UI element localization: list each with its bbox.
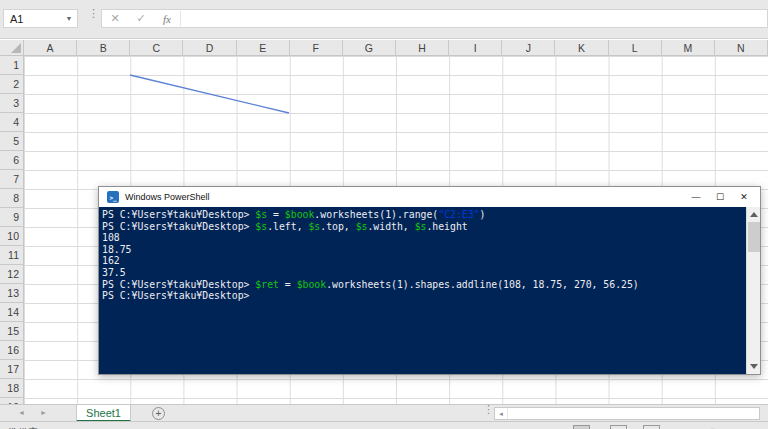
scroll-left-icon[interactable]: ◄ bbox=[495, 408, 508, 419]
row-header-11[interactable]: 11 bbox=[0, 246, 24, 265]
view-page-layout-button[interactable] bbox=[610, 425, 627, 429]
row-header-9[interactable]: 9 bbox=[0, 208, 24, 227]
formula-bar-input[interactable] bbox=[181, 10, 767, 27]
sheet-nav-right-icon[interactable]: ► bbox=[40, 409, 47, 416]
console-line: 37.5 bbox=[102, 267, 745, 279]
cancel-icon[interactable]: ✕ bbox=[102, 12, 128, 25]
scroll-up-icon[interactable] bbox=[750, 212, 758, 217]
row-header-10[interactable]: 10 bbox=[0, 227, 24, 246]
enter-icon[interactable]: ✓ bbox=[128, 12, 154, 25]
row-header-6[interactable]: 6 bbox=[0, 151, 24, 170]
window-controls: — ☐ ✕ bbox=[684, 187, 756, 207]
powershell-title: Windows PowerShell bbox=[125, 192, 210, 202]
console-scrollbar[interactable] bbox=[746, 207, 760, 374]
row-header-8[interactable]: 8 bbox=[0, 189, 24, 208]
console-output: PS C:¥Users¥taku¥Desktop> $s = $book.wor… bbox=[102, 209, 745, 302]
row-headers: 12345678910111213141516171819 bbox=[0, 56, 24, 404]
name-box[interactable]: A1 ▼ bbox=[3, 9, 78, 28]
select-all-triangle-icon bbox=[11, 43, 21, 53]
column-header-I[interactable]: I bbox=[449, 40, 502, 56]
sheet-tab-bar: ◄ ► Sheet1 + ⋮ ◄ bbox=[0, 404, 768, 421]
column-headers: ABCDEFGHIJKLMN bbox=[24, 40, 768, 56]
row-header-14[interactable]: 14 bbox=[0, 303, 24, 322]
maximize-button[interactable]: ☐ bbox=[708, 187, 732, 207]
column-header-C[interactable]: C bbox=[130, 40, 183, 56]
column-header-F[interactable]: F bbox=[290, 40, 343, 56]
row-header-7[interactable]: 7 bbox=[0, 170, 24, 189]
console-line: PS C:¥Users¥taku¥Desktop> $ret = $book.w… bbox=[102, 279, 745, 291]
column-header-J[interactable]: J bbox=[502, 40, 555, 56]
console-line: PS C:¥Users¥taku¥Desktop> $s = $book.wor… bbox=[102, 209, 745, 221]
column-header-A[interactable]: A bbox=[24, 40, 77, 56]
column-header-E[interactable]: E bbox=[237, 40, 290, 56]
row-header-18[interactable]: 18 bbox=[0, 379, 24, 398]
sheet-nav-left-icon[interactable]: ◄ bbox=[18, 409, 25, 416]
row-header-3[interactable]: 3 bbox=[0, 94, 24, 113]
row-header-1[interactable]: 1 bbox=[0, 56, 24, 75]
powershell-icon: >_ bbox=[107, 191, 119, 203]
row-header-2[interactable]: 2 bbox=[0, 75, 24, 94]
horizontal-scrollbar[interactable]: ◄ bbox=[494, 407, 760, 420]
row-header-5[interactable]: 5 bbox=[0, 132, 24, 151]
add-sheet-button[interactable]: + bbox=[152, 407, 165, 420]
view-page-break-button[interactable] bbox=[643, 425, 660, 429]
column-header-H[interactable]: H bbox=[396, 40, 449, 56]
name-box-dropdown-icon[interactable]: ▼ bbox=[61, 15, 77, 22]
close-button[interactable]: ✕ bbox=[732, 187, 756, 207]
row-header-15[interactable]: 15 bbox=[0, 322, 24, 341]
formula-bar-drag-handle[interactable]: ⋮ bbox=[88, 11, 99, 16]
console-line: 108 bbox=[102, 232, 745, 244]
row-header-16[interactable]: 16 bbox=[0, 341, 24, 360]
console-line: PS C:¥Users¥taku¥Desktop> $s.left, $s.to… bbox=[102, 221, 745, 233]
powershell-titlebar[interactable]: >_ Windows PowerShell — ☐ ✕ bbox=[99, 187, 760, 207]
column-header-L[interactable]: L bbox=[609, 40, 662, 56]
column-header-D[interactable]: D bbox=[183, 40, 236, 56]
formula-bar: ✕ ✓ fx bbox=[101, 9, 768, 28]
excel-window: A1 ▼ ⋮ ✕ ✓ fx ABCDEFGHIJKLMN 12345678910… bbox=[0, 0, 768, 429]
select-all-corner[interactable] bbox=[0, 40, 24, 56]
tab-bar-drag-handle[interactable]: ⋮ bbox=[483, 407, 494, 412]
column-header-B[interactable]: B bbox=[77, 40, 130, 56]
zoom-out-button[interactable]: − bbox=[710, 424, 715, 429]
console-line: PS C:¥Users¥taku¥Desktop> bbox=[102, 290, 745, 302]
status-bar: 準備完了 − bbox=[0, 421, 768, 429]
sheet-tab-sheet1[interactable]: Sheet1 bbox=[76, 405, 131, 422]
scrollbar-thumb[interactable] bbox=[748, 222, 760, 252]
scroll-down-icon[interactable] bbox=[750, 364, 758, 369]
row-header-17[interactable]: 17 bbox=[0, 360, 24, 379]
name-box-value: A1 bbox=[4, 13, 61, 25]
console-line: 162 bbox=[102, 255, 745, 267]
powershell-console[interactable]: PS C:¥Users¥taku¥Desktop> $s = $book.wor… bbox=[99, 207, 760, 374]
row-header-4[interactable]: 4 bbox=[0, 113, 24, 132]
column-header-M[interactable]: M bbox=[662, 40, 715, 56]
view-normal-button[interactable] bbox=[573, 425, 590, 429]
insert-function-icon[interactable]: fx bbox=[154, 13, 180, 25]
formula-bar-row: A1 ▼ ⋮ ✕ ✓ fx bbox=[0, 0, 768, 39]
console-line: 18.75 bbox=[102, 244, 745, 256]
row-header-12[interactable]: 12 bbox=[0, 265, 24, 284]
column-header-G[interactable]: G bbox=[343, 40, 396, 56]
minimize-button[interactable]: — bbox=[684, 187, 708, 207]
powershell-window: >_ Windows PowerShell — ☐ ✕ PS C:¥Users¥… bbox=[98, 186, 761, 375]
column-header-N[interactable]: N bbox=[715, 40, 768, 56]
column-header-K[interactable]: K bbox=[555, 40, 608, 56]
row-header-13[interactable]: 13 bbox=[0, 284, 24, 303]
